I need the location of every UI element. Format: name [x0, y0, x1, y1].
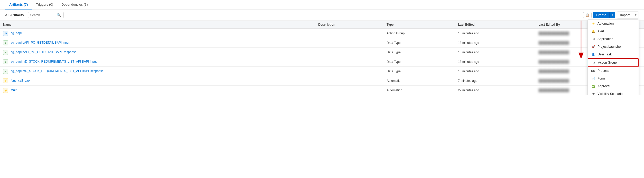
search-input[interactable]	[30, 13, 56, 17]
col-type: Type	[383, 21, 455, 29]
artifact-link[interactable]: ag_bapi mD_STOCK_REQUIREMENTS_LIST_API B…	[11, 69, 104, 73]
table-row: ≡ ag_bapi mD_STOCK_REQUIREMENTS_LIST_API…	[0, 67, 644, 76]
cell-name: ≡ ag_bapi mD_STOCK_REQUIREMENTS_LIST_API…	[0, 67, 315, 76]
import-button-group: Import ▾	[617, 12, 639, 18]
table-row: ≡ ag_bapi mD_STOCK_REQUIREMENTS_LIST_API…	[0, 57, 644, 67]
automation-menu-icon: ⚡	[591, 22, 595, 26]
table-row: ≡ ag_bapi bAPI_PO_GETDETAIL BAPI Respons…	[0, 48, 644, 57]
cell-name: ⚡ func_call_bapi	[0, 76, 315, 86]
tab-triggers[interactable]: Triggers (0)	[32, 0, 57, 9]
row-type-icon: ⚙	[3, 31, 8, 36]
user-name: ██████████████	[539, 60, 569, 64]
dropdown-item-action-group[interactable]: ⚙ Action Group	[588, 58, 639, 67]
table-header-row: Name Description Type Last Edited Last E…	[0, 21, 644, 29]
create-button-group: Create ▾	[593, 12, 615, 18]
copy-button[interactable]: 📋	[583, 12, 592, 18]
tab-dependencies[interactable]: Dependencies (3)	[57, 0, 92, 9]
user-name: ██████████████	[539, 32, 569, 35]
cell-type: Data Type	[383, 48, 455, 57]
process-label: Process	[597, 69, 609, 73]
cell-description	[315, 67, 384, 76]
visibility-scenario-menu-icon: 👁	[591, 92, 595, 95]
user-name: ██████████████	[539, 41, 569, 45]
artifact-link[interactable]: Main	[11, 88, 17, 92]
tab-artifacts[interactable]: Artifacts (7)	[5, 0, 32, 9]
action-group-menu-icon: ⚙	[592, 61, 596, 65]
artifact-link[interactable]: ag_bapi bAPI_PO_GETDETAIL BAPI Response	[11, 50, 76, 54]
user-task-menu-icon: 👤	[591, 52, 595, 56]
search-box[interactable]: 🔍	[28, 12, 64, 18]
cell-type: Data Type	[383, 67, 455, 76]
artifact-link[interactable]: ag_bapi mD_STOCK_REQUIREMENTS_LIST_API B…	[11, 60, 97, 63]
cell-name: ⚙ ag_bapi	[0, 29, 315, 38]
cell-type: Action Group	[383, 29, 455, 38]
cell-description	[315, 29, 384, 38]
dropdown-item-form[interactable]: 📄 Form	[588, 75, 639, 82]
cell-last-edited: 13 minutes ago	[455, 38, 535, 48]
row-type-icon: ≡	[3, 50, 8, 55]
approval-label: Approval	[597, 84, 610, 88]
dropdown-item-user-task[interactable]: 👤 User Task	[588, 51, 639, 58]
dropdown-item-automation[interactable]: ⚡ Automation	[588, 20, 639, 27]
table-row: ⚡ func_call_bapi Automation 7 minutes ag…	[0, 76, 644, 86]
create-dropdown-toggle[interactable]: ▾	[609, 12, 615, 18]
cell-type: Data Type	[383, 57, 455, 67]
col-description: Description	[315, 21, 384, 29]
row-type-icon: ⚡	[3, 78, 8, 83]
import-button[interactable]: Import	[617, 12, 633, 18]
process-menu-icon: ▶▶	[591, 69, 595, 73]
dropdown-item-application[interactable]: 🖥 Application	[588, 35, 639, 43]
automation-label: Automation	[597, 22, 614, 25]
toolbar: All Artifacts 🔍 📋 Create ▾ Import ▾ ⚡ Au…	[0, 9, 644, 21]
cell-last-edited: 13 minutes ago	[455, 67, 535, 76]
toolbar-right: 📋 Create ▾ Import ▾ ⚡ Automation 🔔 Alert…	[583, 12, 639, 18]
dropdown-item-project-launcher[interactable]: 🚀 Project Launcher	[588, 43, 639, 51]
cell-name: ⚡ Main	[0, 86, 315, 95]
visibility-scenario-label: Visibility Scenario	[597, 92, 623, 95]
create-dropdown-menu: ⚡ Automation 🔔 Alert 🖥 Application 🚀 Pro…	[587, 19, 639, 95]
project-launcher-label: Project Launcher	[597, 45, 622, 48]
approval-menu-icon: ✅	[591, 84, 595, 88]
cell-description	[315, 38, 384, 48]
table-row: ⚙ ag_bapi Action Group 13 minutes ago ██…	[0, 29, 644, 38]
dropdown-item-visibility-scenario[interactable]: 👁 Visibility Scenario	[588, 90, 639, 95]
table-row: ⚡ Main Automation 29 minutes ago ███████…	[0, 86, 644, 95]
cell-description	[315, 57, 384, 67]
artifact-link[interactable]: ag_bapi bAPI_PO_GETDETAIL BAPI Input	[11, 41, 69, 44]
user-name: ██████████████	[539, 70, 569, 73]
cell-last-edited: 29 minutes ago	[455, 86, 535, 95]
user-name: ██████████████	[539, 79, 569, 83]
toolbar-title: All Artifacts	[5, 13, 24, 17]
cell-name: ≡ ag_bapi bAPI_PO_GETDETAIL BAPI Input	[0, 38, 315, 48]
create-button[interactable]: Create	[593, 12, 609, 18]
user-task-label: User Task	[597, 53, 612, 56]
dropdown-item-alert[interactable]: 🔔 Alert	[588, 27, 639, 35]
dropdown-item-approval[interactable]: ✅ Approval	[588, 82, 639, 90]
import-dropdown-toggle[interactable]: ▾	[633, 12, 639, 18]
create-label: Create	[596, 13, 606, 17]
application-menu-icon: 🖥	[591, 37, 595, 41]
table-row: ≡ ag_bapi bAPI_PO_GETDETAIL BAPI Input D…	[0, 38, 644, 48]
user-name: ██████████████	[539, 88, 569, 92]
cell-type: Automation	[383, 86, 455, 95]
row-type-icon: ⚡	[3, 88, 8, 93]
artifacts-table: Name Description Type Last Edited Last E…	[0, 21, 644, 95]
tab-bar: Artifacts (7) Triggers (0) Dependencies …	[0, 0, 644, 9]
alert-menu-icon: 🔔	[591, 29, 595, 33]
artifact-link[interactable]: func_call_bapi	[11, 79, 30, 82]
cell-type: Automation	[383, 76, 455, 86]
alert-label: Alert	[597, 29, 604, 33]
cell-last-edited: 13 minutes ago	[455, 57, 535, 67]
cell-name: ≡ ag_bapi mD_STOCK_REQUIREMENTS_LIST_API…	[0, 57, 315, 67]
form-label: Form	[597, 77, 605, 80]
form-menu-icon: 📄	[591, 76, 595, 81]
cell-type: Data Type	[383, 38, 455, 48]
cell-last-edited: 13 minutes ago	[455, 48, 535, 57]
row-type-icon: ≡	[3, 69, 8, 74]
cell-description	[315, 76, 384, 86]
cell-last-edited: 13 minutes ago	[455, 29, 535, 38]
dropdown-item-process[interactable]: ▶▶ Process	[588, 67, 639, 75]
col-last-edited: Last Edited	[455, 21, 535, 29]
artifact-link[interactable]: ag_bapi	[11, 31, 22, 35]
cell-description	[315, 48, 384, 57]
